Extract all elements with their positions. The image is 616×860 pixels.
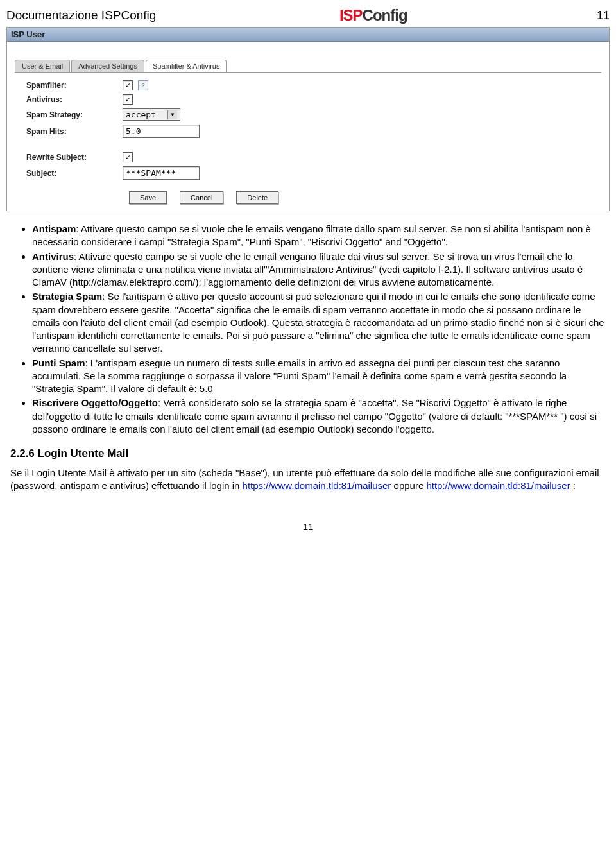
spam-strategy-select[interactable]: accept ▼	[123, 108, 180, 121]
page-number-top: 11	[590, 9, 610, 22]
rewrite-subject-checkbox[interactable]: ✓	[123, 152, 133, 162]
cancel-button[interactable]: Cancel	[180, 191, 223, 204]
logo: ISPConfig	[156, 6, 590, 24]
antivirus-checkbox[interactable]: ✓	[123, 94, 133, 105]
list-item: Punti Spam: L'antispam esegue un numero …	[32, 357, 610, 396]
doc-title: Documentazione ISPConfig	[6, 8, 156, 22]
list-item: Riscrivere Oggetto/Oggetto: Verrà consid…	[32, 397, 610, 436]
delete-button[interactable]: Delete	[236, 191, 278, 204]
spam-hits-label: Spam Hits:	[26, 127, 123, 136]
list-item: Strategia Spam: Se l'antispam è attivo p…	[32, 290, 610, 355]
section-paragraph: Se il Login Utente Mail è attivato per u…	[10, 467, 606, 493]
section-heading: 2.2.6 Login Utente Mail	[10, 447, 610, 460]
page-number-bottom: 11	[6, 521, 610, 532]
mailuser-https-link[interactable]: https://www.domain.tld:81/mailuser	[243, 480, 391, 491]
help-icon[interactable]: ?	[138, 80, 148, 90]
rewrite-subject-label: Rewrite Subject:	[26, 153, 123, 162]
chevron-down-icon: ▼	[167, 110, 177, 119]
tab-bar: User & Email Advanced Settings Spamfilte…	[15, 60, 609, 72]
tab-advanced-settings[interactable]: Advanced Settings	[71, 60, 144, 72]
spamfilter-checkbox[interactable]: ✓	[123, 80, 133, 90]
isp-user-panel: ISP User User & Email Advanced Settings …	[6, 27, 610, 211]
mailuser-http-link[interactable]: http://www.domain.tld:81/mailuser	[426, 480, 570, 491]
tab-user-email[interactable]: User & Email	[15, 60, 70, 72]
tab-spamfilter-antivirus[interactable]: Spamfilter & Antivirus	[146, 60, 227, 72]
save-button[interactable]: Save	[129, 191, 167, 204]
subject-label: Subject:	[26, 169, 123, 178]
spam-strategy-label: Spam Strategy:	[26, 110, 123, 119]
spam-strategy-value: accept	[126, 110, 156, 119]
list-item: Antispam: Attivare questo campo se si vu…	[32, 223, 610, 249]
bullet-list: Antispam: Attivare questo campo se si vu…	[32, 223, 610, 436]
antivirus-label: Antivirus:	[26, 95, 123, 104]
panel-title: ISP User	[7, 28, 609, 42]
spamfilter-label: Spamfilter:	[26, 81, 123, 90]
subject-input[interactable]: ***SPAM***	[123, 166, 200, 180]
spam-hits-input[interactable]: 5.0	[123, 125, 200, 138]
list-item: Antivirus: Attivare questo campo se si v…	[32, 250, 610, 289]
